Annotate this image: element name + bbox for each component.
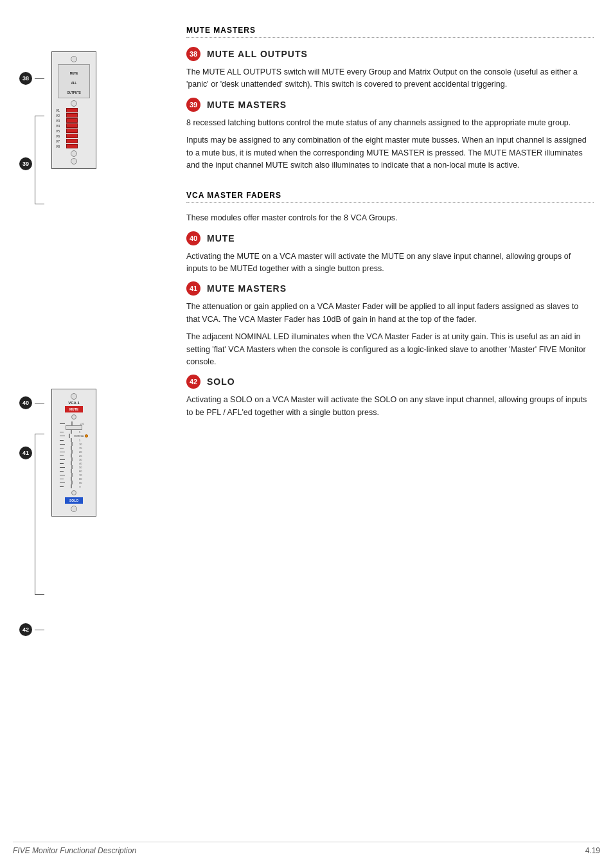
bracket-line-39-top: [35, 116, 44, 116]
vca-section: VCA Master Faders These modules offer ma…: [186, 191, 594, 419]
fader-scale: +10 5 NOMINAL: [60, 421, 88, 488]
vm3-indicator: [66, 118, 78, 123]
vm7-label: V7: [56, 139, 65, 143]
vca-mute-button: MUTE: [65, 406, 83, 412]
scale-label: +10: [79, 422, 88, 425]
vca-box: VCA 1 MUTE +10 5: [51, 389, 96, 517]
vm6-indicator: [66, 134, 78, 138]
vm8-row: V8: [56, 144, 92, 148]
vm6-row: V6: [56, 134, 92, 138]
mute-masters-divider: [186, 37, 594, 38]
tick: [60, 483, 65, 483]
vm6-label: V6: [56, 134, 65, 138]
bracket-line-39-vert: [35, 116, 35, 204]
vm3-label: V3: [56, 119, 65, 123]
fader-handle: [66, 425, 82, 430]
bracket-40-line: [35, 403, 44, 403]
footer-left-text: FIVE Monitor Functional Description: [13, 846, 136, 855]
scale-num: 25: [79, 454, 88, 457]
scale-num: 20: [79, 450, 88, 454]
vm5-label: V5: [56, 129, 65, 133]
nominal-row: NOMINAL: [60, 434, 88, 438]
item-38-badge: 38: [186, 47, 200, 61]
item-41-badge: 41: [186, 281, 200, 296]
item-40-text: Activating the MUTE on a VCA master will…: [186, 251, 594, 276]
item-40-header: 40 Mute: [186, 231, 594, 245]
tick: [60, 467, 65, 468]
badge-40: 40: [19, 396, 32, 409]
badge-39: 39: [19, 157, 32, 170]
scale-num: 90: [79, 481, 88, 484]
item-39-badge: 39: [186, 98, 200, 112]
bracket-41-vert: [35, 434, 35, 594]
vm4-indicator: [66, 123, 78, 128]
footer-right-text: 4.19: [585, 846, 600, 855]
tick: [60, 423, 65, 424]
vca-led-2: [71, 490, 76, 495]
nominal-group: NOMINAL: [74, 434, 88, 438]
scale-num: ∞: [79, 485, 88, 488]
console-diagram-bottom: 40 41 42 VCA 1 MUTE +10: [13, 382, 141, 517]
bracket-line-38: [35, 78, 44, 79]
vm1-label: V1: [56, 109, 65, 112]
vm8-indicator: [66, 144, 78, 148]
vca-bottom-led: [71, 506, 77, 512]
console-diagram-top: 38 39 MUTEALLOUTPUTS V1 V2: [13, 32, 141, 169]
item-41-text1: The attenuation or gain applied on a VCA…: [186, 301, 594, 326]
item-39-header: 39 Mute Masters: [186, 98, 594, 112]
item-41-header: 41 Mute Masters: [186, 281, 594, 296]
tick: [60, 444, 65, 445]
track: [71, 484, 72, 488]
item-42-header: 42 Solo: [186, 375, 594, 389]
item-39-title: Mute Masters: [207, 100, 287, 110]
scale-row-inf: ∞: [60, 484, 88, 488]
nominal-dot: [85, 434, 88, 438]
vm-buttons: V1 V2 V3 V4 V5 V6: [55, 108, 93, 148]
item-42-title: Solo: [207, 376, 235, 387]
vm7-row: V7: [56, 139, 92, 143]
vm2-label: V2: [56, 114, 65, 118]
vca-intro-text: These modules offer master controls for …: [186, 212, 594, 224]
vca-section-title: VCA Master Faders: [186, 191, 594, 200]
vm5-row: V5: [56, 128, 92, 133]
scale-num: 10: [79, 443, 88, 446]
item-38-header: 38 Mute All Outputs: [186, 47, 594, 61]
tick-0: [60, 436, 65, 436]
mute-all-label: MUTEALLOUTPUTS: [67, 72, 81, 94]
nominal-label: NOMINAL: [74, 435, 84, 438]
bracket-41-top: [35, 434, 44, 434]
vm2-row: V2: [56, 113, 92, 118]
badge-42: 42: [19, 623, 32, 636]
mute-masters-title: Mute Masters: [186, 26, 594, 35]
top-led: [71, 56, 77, 62]
led-2: [71, 100, 77, 107]
scale-num: 30: [79, 458, 88, 461]
vca-led-1: [71, 414, 76, 420]
vm1-indicator: [66, 108, 78, 112]
led-4: [71, 158, 77, 164]
vm7-indicator: [66, 139, 78, 143]
item-38-text: The MUTE ALL OUTPUTS switch will MUTE ev…: [186, 66, 594, 91]
tick: [60, 452, 65, 452]
vm4-row: V4: [56, 123, 92, 128]
mute-all-outputs-button: MUTEALLOUTPUTS: [58, 64, 90, 98]
tick: [60, 459, 65, 460]
vm5-indicator: [66, 128, 78, 133]
scale-num: 60: [79, 470, 88, 473]
vca-channel-label: VCA 1: [55, 401, 93, 405]
scale-num: 50: [79, 466, 88, 469]
content-area: Mute Masters 38 Mute All Outputs The MUT…: [186, 26, 594, 424]
item-39-text2: Inputs may be assigned to any combinatio…: [186, 134, 594, 172]
footer: FIVE Monitor Functional Description 4.19: [13, 842, 600, 855]
scale-num: 80: [79, 477, 88, 481]
badge-41: 41: [19, 447, 32, 459]
item-38-title: Mute All Outputs: [207, 49, 308, 59]
console-box-top: MUTEALLOUTPUTS V1 V2 V3 V4 V5: [51, 51, 96, 169]
scale-num-5: 5: [79, 430, 88, 434]
bracket-42-line: [35, 630, 44, 630]
item-41-text2: The adjacent NOMINAL LED illuminates whe…: [186, 331, 594, 368]
vm1-row: V1: [56, 108, 92, 112]
bracket-line-39-bot: [35, 204, 44, 204]
fader-scale-container: +10 5 NOMINAL: [60, 421, 88, 488]
scale-num: 5: [79, 439, 88, 442]
